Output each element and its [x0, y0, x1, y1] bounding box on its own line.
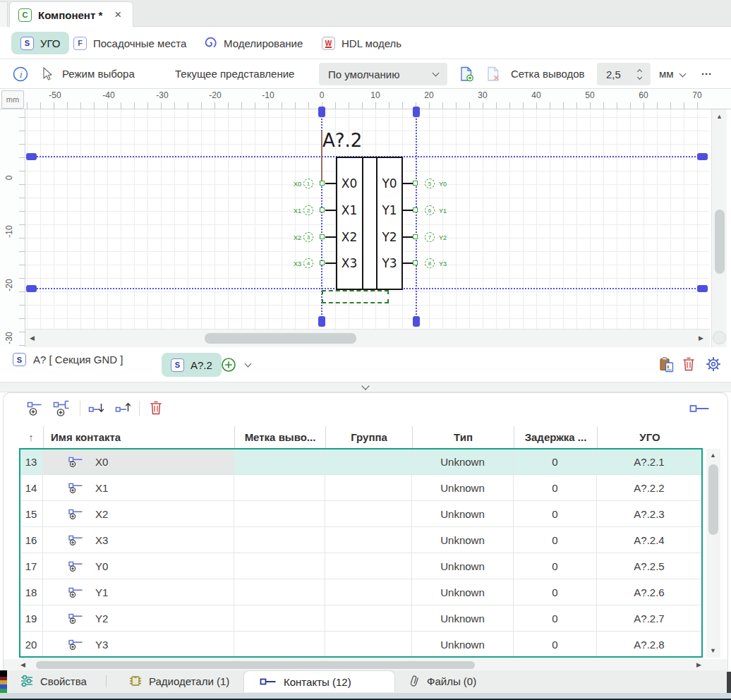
guide-handle[interactable] — [697, 153, 708, 160]
settings-gear-icon[interactable] — [706, 356, 721, 372]
pin-delay-cell: 0 — [514, 475, 597, 501]
scroll-left-icon[interactable]: ◀ — [30, 335, 35, 342]
ruler-ticks — [19, 109, 25, 347]
paste-icon[interactable] — [658, 356, 675, 373]
scroll-left-icon[interactable]: ◀ — [20, 662, 25, 668]
resize-grip[interactable] — [713, 331, 726, 344]
toolbar-more-button[interactable]: ··· — [701, 59, 712, 89]
column-header-ugo[interactable]: УГО — [597, 426, 702, 448]
pin-name: Y0 — [95, 560, 108, 572]
view-select[interactable]: По умолчанию — [319, 63, 447, 85]
table-row[interactable]: 20 Y3 Unknown 0 A?.2.8 — [4, 632, 727, 658]
scroll-right-icon[interactable]: ▶ — [699, 335, 703, 342]
table-row[interactable]: 14 X1 Unknown 0 A?.2.2 — [4, 475, 727, 501]
tab-properties[interactable]: Свойства — [20, 670, 87, 692]
guide-handle[interactable] — [413, 107, 420, 117]
symbol-designator[interactable]: A?.2 — [322, 130, 362, 151]
pin-grid-stepper[interactable]: 2,5 — [597, 63, 651, 85]
pin-endpoint[interactable] — [413, 234, 418, 239]
table-hscrollbar[interactable]: ◀ ▶ — [4, 659, 727, 670]
table-row[interactable]: 18 Y1 Unknown 0 A?.2.6 — [4, 579, 727, 605]
move-pin-down-icon[interactable] — [88, 402, 107, 416]
tab-ugo[interactable]: S УГО — [11, 32, 69, 54]
delete-view-icon[interactable] — [485, 66, 501, 82]
table-row[interactable]: 17 Y0 Unknown 0 A?.2.5 — [4, 553, 727, 579]
stepper-arrows-icon[interactable] — [638, 70, 641, 79]
info-icon[interactable]: i — [13, 66, 28, 82]
paperclip-icon — [408, 674, 421, 688]
guide-vertical-right[interactable] — [416, 119, 417, 326]
pin-wire[interactable] — [403, 210, 413, 211]
vscroll-thumb[interactable] — [708, 464, 718, 535]
canvas-vscrollbar[interactable]: ▲ ▼ — [711, 109, 727, 347]
pin-endpoint[interactable] — [320, 234, 325, 239]
scroll-up-icon[interactable]: ▲ — [716, 114, 723, 120]
tab-hdl[interactable]: W HDL модель — [322, 32, 401, 54]
pin-endpoint[interactable] — [320, 207, 325, 212]
vscroll-thumb[interactable] — [715, 210, 725, 274]
pin-wire[interactable] — [325, 183, 336, 184]
pin-wire[interactable] — [403, 183, 413, 184]
pin-name: X1 — [337, 203, 362, 217]
pin-wire[interactable] — [325, 236, 336, 238]
pin-endpoint[interactable] — [413, 207, 418, 212]
pin-endpoint[interactable] — [413, 260, 418, 265]
pin-endpoint[interactable] — [413, 181, 418, 186]
guide-handle[interactable] — [413, 316, 420, 327]
add-section-chevron-icon[interactable] — [245, 361, 252, 368]
add-view-icon[interactable] — [459, 66, 474, 82]
sort-column-header[interactable]: ↑ — [19, 426, 43, 448]
pin-wire[interactable] — [325, 262, 336, 264]
table-row[interactable]: 19 Y2 Unknown 0 A?.2.7 — [4, 605, 727, 632]
delete-pin-icon[interactable] — [149, 400, 163, 416]
column-header-type[interactable]: Тип — [412, 426, 514, 448]
pin-number: 1 — [303, 179, 313, 188]
pin-wire[interactable] — [403, 262, 413, 264]
column-header-group[interactable]: Группа — [325, 426, 412, 448]
column-header-mark[interactable]: Метка выво... — [234, 426, 325, 448]
panel-collapse-bar[interactable] — [0, 382, 731, 392]
tab-simulation[interactable]: Моделирование — [203, 32, 303, 54]
guide-handle[interactable] — [697, 285, 708, 292]
table-vscrollbar[interactable]: ▲ ▼ — [706, 449, 720, 658]
document-tab-component[interactable]: C Компонент * × — [9, 1, 133, 28]
pin-endpoint[interactable] — [320, 181, 325, 186]
delete-icon[interactable] — [682, 356, 696, 372]
table-row[interactable]: 16 X3 Unknown 0 A?.2.4 — [4, 527, 727, 553]
guide-handle[interactable] — [26, 153, 37, 160]
section-parent-item[interactable]: S A? [ Секция GND ] — [13, 353, 123, 366]
pin-name: X2 — [337, 230, 362, 244]
table-row[interactable]: 15 X2 Unknown 0 A?.2.3 — [4, 501, 727, 527]
table-row[interactable]: 13 X0 Unknown 0 A?.2.1 — [4, 449, 727, 475]
tab-contacts[interactable]: Контакты (12) — [243, 670, 395, 692]
section-current-item[interactable]: S A?.2 — [162, 353, 222, 377]
pin-endpoint[interactable] — [320, 260, 325, 265]
ruler-vertical: 0 -10 -20 -30 — [0, 109, 25, 347]
guide-handle[interactable] — [26, 285, 37, 292]
cursor-select-icon[interactable] — [41, 67, 54, 81]
move-pin-up-icon[interactable] — [115, 402, 133, 416]
pin-mode-icon[interactable] — [689, 404, 711, 413]
scroll-right-icon[interactable]: ▶ — [696, 662, 701, 668]
column-header-name[interactable]: Имя контакта — [43, 426, 234, 448]
hscroll-thumb[interactable] — [205, 333, 356, 344]
unit-select-value[interactable]: мм — [659, 59, 674, 89]
tab-footprints[interactable]: F Посадочные места — [73, 32, 186, 54]
drawing-area[interactable]: A?.2 1 2 3 4 X0 X1 X2 X3 X0 X1 X2 X3 — [25, 109, 709, 347]
tab-parts[interactable]: Радиодетали (1) — [128, 670, 229, 692]
scroll-up-icon[interactable]: ▲ — [710, 452, 716, 459]
scroll-down-icon[interactable]: ▼ — [710, 648, 716, 654]
unit-chevron-icon[interactable] — [679, 71, 687, 78]
guide-handle[interactable] — [318, 316, 325, 327]
pin-wire[interactable] — [403, 236, 413, 238]
tab-files[interactable]: Файлы (0) — [408, 670, 476, 692]
canvas-hscrollbar[interactable]: ◀ ▶ — [25, 329, 710, 347]
hscroll-thumb[interactable] — [36, 661, 475, 669]
add-pins-group-icon[interactable] — [53, 400, 73, 417]
pin-wire[interactable] — [325, 210, 336, 211]
column-header-delay[interactable]: Задержка ... — [514, 426, 597, 448]
add-section-icon[interactable] — [221, 357, 236, 373]
close-tab-icon[interactable]: × — [114, 8, 121, 22]
guide-handle[interactable] — [318, 107, 325, 117]
add-pin-icon[interactable] — [27, 400, 45, 417]
